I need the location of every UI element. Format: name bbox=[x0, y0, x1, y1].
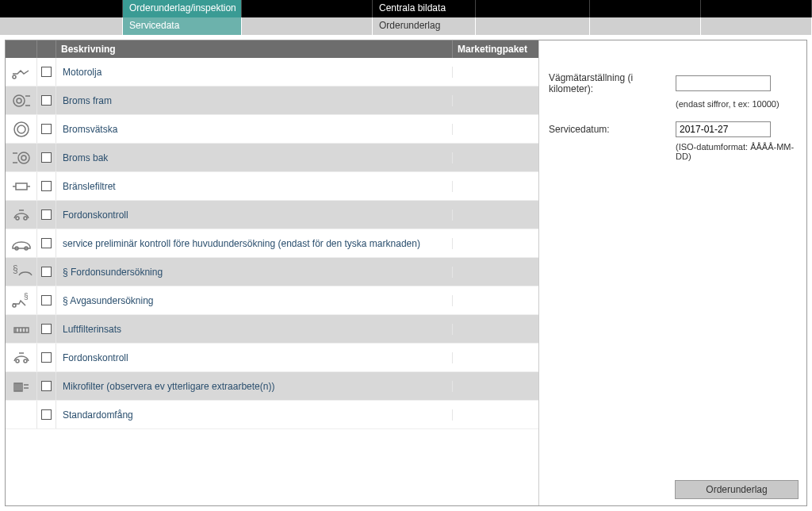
table-header: Beskrivning Marketingpaket bbox=[6, 40, 538, 58]
fuel-filter-icon bbox=[6, 172, 37, 200]
table-row: Fordonskontroll bbox=[6, 201, 538, 229]
odometer-label: Vägmätarställning (i kilometer): bbox=[549, 72, 676, 94]
row-marketing bbox=[453, 172, 538, 200]
svg-point-1 bbox=[13, 95, 25, 106]
table-row: Bromsvätska bbox=[6, 115, 538, 144]
topnav-blank-6 bbox=[701, 0, 812, 17]
row-checkbox-cell bbox=[37, 229, 56, 257]
tab-servicedata[interactable]: Servicedata bbox=[123, 17, 242, 35]
row-checkbox-cell bbox=[37, 401, 56, 428]
header-marketing: Marketingpaket bbox=[453, 40, 538, 58]
row-checkbox[interactable] bbox=[41, 124, 52, 134]
table-body: MotoroljaBroms framBromsvätskaBroms bakB… bbox=[6, 58, 538, 505]
row-marketing bbox=[453, 58, 538, 86]
row-marketing bbox=[453, 115, 538, 143]
row-description: Broms fram bbox=[56, 95, 453, 106]
row-marketing bbox=[453, 258, 538, 286]
table-row: Motorolja bbox=[6, 58, 538, 86]
svg-point-4 bbox=[17, 125, 25, 133]
row-checkbox-cell bbox=[37, 115, 56, 143]
row-checkbox[interactable] bbox=[41, 352, 52, 363]
microfilter-icon bbox=[6, 372, 37, 400]
svg-point-5 bbox=[18, 152, 29, 163]
row-checkbox-cell bbox=[37, 58, 56, 86]
odometer-hint: (endast siffror, t ex: 10000) bbox=[676, 99, 797, 109]
row-checkbox-cell bbox=[37, 372, 56, 400]
air-filter-icon bbox=[6, 315, 37, 343]
row-checkbox[interactable] bbox=[41, 295, 52, 305]
table-row: service preliminär kontroll före huvudun… bbox=[6, 229, 538, 258]
row-checkbox-cell bbox=[37, 344, 56, 371]
table-row: §§ Avgasundersökning bbox=[6, 286, 538, 315]
row-checkbox[interactable] bbox=[41, 152, 52, 163]
row-marketing bbox=[453, 401, 538, 428]
row-marketing bbox=[453, 372, 538, 400]
svg-rect-7 bbox=[16, 183, 27, 190]
svg-point-14 bbox=[13, 304, 16, 307]
subnav-blank-0 bbox=[0, 17, 123, 35]
row-checkbox[interactable] bbox=[41, 381, 52, 391]
svg-point-2 bbox=[17, 98, 21, 103]
orderunderlag-button[interactable]: Orderunderlag bbox=[675, 480, 799, 499]
row-checkbox[interactable] bbox=[41, 324, 52, 334]
brake-fluid-icon bbox=[6, 115, 37, 143]
svg-point-0 bbox=[13, 75, 16, 79]
service-table: Beskrivning Marketingpaket MotoroljaBrom… bbox=[6, 40, 538, 505]
svg-point-8 bbox=[16, 217, 19, 220]
main-panel: Beskrivning Marketingpaket MotoroljaBrom… bbox=[5, 40, 807, 506]
topnav-blank-0 bbox=[0, 0, 123, 17]
odometer-input[interactable] bbox=[676, 75, 771, 91]
row-marketing bbox=[453, 344, 538, 371]
top-nav: Orderunderlag/inspektion Centrala bildat… bbox=[0, 0, 812, 17]
row-marketing bbox=[453, 86, 538, 114]
header-icon-col bbox=[6, 40, 37, 58]
row-checkbox[interactable] bbox=[41, 267, 52, 277]
svg-point-17 bbox=[24, 359, 27, 363]
table-row: Luftfilterinsats bbox=[6, 315, 538, 344]
table-row: Mikrofilter (observera ev ytterligare ex… bbox=[6, 372, 538, 401]
row-description: Luftfilterinsats bbox=[56, 324, 453, 335]
servicedate-hint: (ISO-datumformat: ÅÅÅÅ-MM-DD) bbox=[676, 142, 797, 161]
row-description: Bränslefiltret bbox=[56, 181, 453, 192]
row-checkbox[interactable] bbox=[41, 95, 52, 106]
row-description: Bromsvätska bbox=[56, 124, 453, 135]
row-checkbox[interactable] bbox=[41, 409, 52, 420]
row-checkbox[interactable] bbox=[41, 238, 52, 248]
row-description: service preliminär kontroll före huvudun… bbox=[56, 238, 453, 249]
topnav-blank-5 bbox=[590, 0, 701, 17]
table-row: Broms bak bbox=[6, 144, 538, 172]
row-checkbox-cell bbox=[37, 286, 56, 314]
servicedate-input[interactable] bbox=[676, 121, 771, 137]
table-row: Broms fram bbox=[6, 86, 538, 115]
row-checkbox[interactable] bbox=[41, 181, 52, 191]
svg-point-9 bbox=[24, 217, 27, 220]
row-checkbox-cell bbox=[37, 201, 56, 229]
row-description: § Avgasundersökning bbox=[56, 295, 453, 306]
row-description: Fordonskontroll bbox=[56, 352, 453, 363]
row-checkbox-cell bbox=[37, 172, 56, 200]
table-row: §§ Fordonsundersökning bbox=[6, 258, 538, 286]
row-checkbox[interactable] bbox=[41, 209, 52, 220]
svg-point-6 bbox=[21, 156, 26, 160]
brake-front-icon bbox=[6, 86, 37, 114]
row-description: Fordonskontroll bbox=[56, 209, 453, 221]
row-checkbox-cell bbox=[37, 144, 56, 171]
topnav-blank-2 bbox=[242, 0, 373, 17]
tab-orderunderlag-inspektion[interactable]: Orderunderlag/inspektion bbox=[123, 0, 242, 17]
tab-centrala-bildata[interactable]: Centrala bildata bbox=[373, 0, 476, 17]
row-marketing bbox=[453, 229, 538, 257]
row-checkbox[interactable] bbox=[41, 67, 52, 77]
subnav-blank-5 bbox=[590, 17, 701, 35]
tab-orderunderlag[interactable]: Orderunderlag bbox=[373, 17, 476, 35]
row-marketing bbox=[453, 286, 538, 314]
table-row: Fordonskontroll bbox=[6, 344, 538, 372]
row-checkbox-cell bbox=[37, 315, 56, 343]
topnav-blank-4 bbox=[476, 0, 590, 17]
oil-icon bbox=[6, 58, 37, 86]
servicedate-label: Servicedatum: bbox=[549, 124, 676, 135]
subnav-blank-4 bbox=[476, 17, 590, 35]
row-marketing bbox=[453, 315, 538, 343]
row-marketing bbox=[453, 144, 538, 171]
row-checkbox-cell bbox=[37, 86, 56, 114]
table-row: Bränslefiltret bbox=[6, 172, 538, 201]
